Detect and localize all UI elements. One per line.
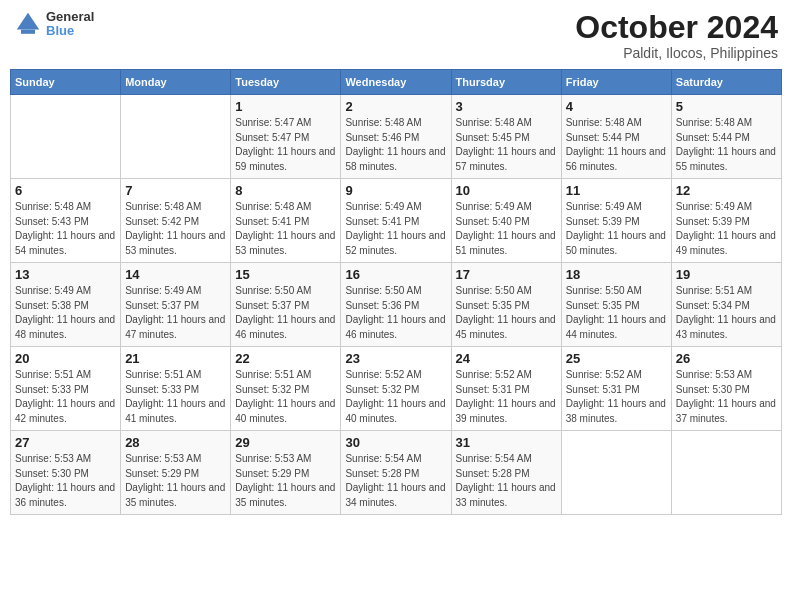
calendar-cell: 3Sunrise: 5:48 AM Sunset: 5:45 PM Daylig… <box>451 95 561 179</box>
calendar-cell: 7Sunrise: 5:48 AM Sunset: 5:42 PM Daylig… <box>121 179 231 263</box>
calendar-cell: 17Sunrise: 5:50 AM Sunset: 5:35 PM Dayli… <box>451 263 561 347</box>
calendar-cell: 25Sunrise: 5:52 AM Sunset: 5:31 PM Dayli… <box>561 347 671 431</box>
calendar-cell: 9Sunrise: 5:49 AM Sunset: 5:41 PM Daylig… <box>341 179 451 263</box>
day-number: 8 <box>235 183 336 198</box>
weekday-header: Thursday <box>451 70 561 95</box>
day-info: Sunrise: 5:48 AM Sunset: 5:42 PM Dayligh… <box>125 200 226 258</box>
day-info: Sunrise: 5:49 AM Sunset: 5:41 PM Dayligh… <box>345 200 446 258</box>
logo-icon <box>14 10 42 38</box>
day-info: Sunrise: 5:48 AM Sunset: 5:41 PM Dayligh… <box>235 200 336 258</box>
calendar-week-row: 13Sunrise: 5:49 AM Sunset: 5:38 PM Dayli… <box>11 263 782 347</box>
day-info: Sunrise: 5:48 AM Sunset: 5:43 PM Dayligh… <box>15 200 116 258</box>
day-number: 19 <box>676 267 777 282</box>
day-number: 27 <box>15 435 116 450</box>
day-number: 15 <box>235 267 336 282</box>
day-info: Sunrise: 5:51 AM Sunset: 5:34 PM Dayligh… <box>676 284 777 342</box>
calendar-title: October 2024 <box>575 10 778 45</box>
weekday-header: Friday <box>561 70 671 95</box>
day-info: Sunrise: 5:52 AM Sunset: 5:31 PM Dayligh… <box>456 368 557 426</box>
page-header: General Blue October 2024 Paldit, Ilocos… <box>10 10 782 61</box>
calendar-cell: 10Sunrise: 5:49 AM Sunset: 5:40 PM Dayli… <box>451 179 561 263</box>
day-info: Sunrise: 5:49 AM Sunset: 5:37 PM Dayligh… <box>125 284 226 342</box>
day-number: 5 <box>676 99 777 114</box>
day-info: Sunrise: 5:53 AM Sunset: 5:30 PM Dayligh… <box>15 452 116 510</box>
calendar-cell: 28Sunrise: 5:53 AM Sunset: 5:29 PM Dayli… <box>121 431 231 515</box>
calendar-cell: 15Sunrise: 5:50 AM Sunset: 5:37 PM Dayli… <box>231 263 341 347</box>
calendar-cell: 21Sunrise: 5:51 AM Sunset: 5:33 PM Dayli… <box>121 347 231 431</box>
day-number: 22 <box>235 351 336 366</box>
calendar-cell: 6Sunrise: 5:48 AM Sunset: 5:43 PM Daylig… <box>11 179 121 263</box>
calendar-cell <box>121 95 231 179</box>
weekday-header: Saturday <box>671 70 781 95</box>
day-number: 16 <box>345 267 446 282</box>
day-number: 11 <box>566 183 667 198</box>
day-info: Sunrise: 5:47 AM Sunset: 5:47 PM Dayligh… <box>235 116 336 174</box>
calendar-cell: 20Sunrise: 5:51 AM Sunset: 5:33 PM Dayli… <box>11 347 121 431</box>
day-info: Sunrise: 5:49 AM Sunset: 5:40 PM Dayligh… <box>456 200 557 258</box>
calendar-cell: 29Sunrise: 5:53 AM Sunset: 5:29 PM Dayli… <box>231 431 341 515</box>
calendar-cell: 31Sunrise: 5:54 AM Sunset: 5:28 PM Dayli… <box>451 431 561 515</box>
day-number: 24 <box>456 351 557 366</box>
day-info: Sunrise: 5:53 AM Sunset: 5:29 PM Dayligh… <box>235 452 336 510</box>
calendar-cell: 24Sunrise: 5:52 AM Sunset: 5:31 PM Dayli… <box>451 347 561 431</box>
day-number: 25 <box>566 351 667 366</box>
day-info: Sunrise: 5:51 AM Sunset: 5:33 PM Dayligh… <box>125 368 226 426</box>
calendar-cell: 14Sunrise: 5:49 AM Sunset: 5:37 PM Dayli… <box>121 263 231 347</box>
calendar-cell: 18Sunrise: 5:50 AM Sunset: 5:35 PM Dayli… <box>561 263 671 347</box>
calendar-week-row: 1Sunrise: 5:47 AM Sunset: 5:47 PM Daylig… <box>11 95 782 179</box>
day-info: Sunrise: 5:51 AM Sunset: 5:32 PM Dayligh… <box>235 368 336 426</box>
calendar-week-row: 6Sunrise: 5:48 AM Sunset: 5:43 PM Daylig… <box>11 179 782 263</box>
day-number: 12 <box>676 183 777 198</box>
calendar-cell: 23Sunrise: 5:52 AM Sunset: 5:32 PM Dayli… <box>341 347 451 431</box>
weekday-header: Monday <box>121 70 231 95</box>
day-info: Sunrise: 5:49 AM Sunset: 5:39 PM Dayligh… <box>566 200 667 258</box>
logo-text: General Blue <box>46 10 94 39</box>
calendar-header-row: SundayMondayTuesdayWednesdayThursdayFrid… <box>11 70 782 95</box>
calendar-cell: 26Sunrise: 5:53 AM Sunset: 5:30 PM Dayli… <box>671 347 781 431</box>
day-number: 7 <box>125 183 226 198</box>
day-number: 30 <box>345 435 446 450</box>
day-number: 23 <box>345 351 446 366</box>
title-block: October 2024 Paldit, Ilocos, Philippines <box>575 10 778 61</box>
day-info: Sunrise: 5:48 AM Sunset: 5:44 PM Dayligh… <box>676 116 777 174</box>
weekday-header: Wednesday <box>341 70 451 95</box>
day-number: 21 <box>125 351 226 366</box>
calendar-cell <box>671 431 781 515</box>
day-info: Sunrise: 5:48 AM Sunset: 5:46 PM Dayligh… <box>345 116 446 174</box>
weekday-header: Sunday <box>11 70 121 95</box>
calendar-cell: 16Sunrise: 5:50 AM Sunset: 5:36 PM Dayli… <box>341 263 451 347</box>
logo-line2: Blue <box>46 24 94 38</box>
logo: General Blue <box>14 10 94 39</box>
day-info: Sunrise: 5:54 AM Sunset: 5:28 PM Dayligh… <box>345 452 446 510</box>
calendar-table: SundayMondayTuesdayWednesdayThursdayFrid… <box>10 69 782 515</box>
day-info: Sunrise: 5:54 AM Sunset: 5:28 PM Dayligh… <box>456 452 557 510</box>
day-number: 9 <box>345 183 446 198</box>
day-number: 6 <box>15 183 116 198</box>
day-number: 2 <box>345 99 446 114</box>
calendar-cell: 19Sunrise: 5:51 AM Sunset: 5:34 PM Dayli… <box>671 263 781 347</box>
calendar-cell: 27Sunrise: 5:53 AM Sunset: 5:30 PM Dayli… <box>11 431 121 515</box>
day-info: Sunrise: 5:48 AM Sunset: 5:45 PM Dayligh… <box>456 116 557 174</box>
calendar-week-row: 20Sunrise: 5:51 AM Sunset: 5:33 PM Dayli… <box>11 347 782 431</box>
calendar-body: 1Sunrise: 5:47 AM Sunset: 5:47 PM Daylig… <box>11 95 782 515</box>
day-info: Sunrise: 5:52 AM Sunset: 5:31 PM Dayligh… <box>566 368 667 426</box>
day-number: 14 <box>125 267 226 282</box>
calendar-cell: 12Sunrise: 5:49 AM Sunset: 5:39 PM Dayli… <box>671 179 781 263</box>
day-info: Sunrise: 5:50 AM Sunset: 5:35 PM Dayligh… <box>566 284 667 342</box>
calendar-cell: 13Sunrise: 5:49 AM Sunset: 5:38 PM Dayli… <box>11 263 121 347</box>
day-info: Sunrise: 5:51 AM Sunset: 5:33 PM Dayligh… <box>15 368 116 426</box>
day-number: 4 <box>566 99 667 114</box>
calendar-cell: 4Sunrise: 5:48 AM Sunset: 5:44 PM Daylig… <box>561 95 671 179</box>
calendar-cell: 2Sunrise: 5:48 AM Sunset: 5:46 PM Daylig… <box>341 95 451 179</box>
day-info: Sunrise: 5:52 AM Sunset: 5:32 PM Dayligh… <box>345 368 446 426</box>
day-info: Sunrise: 5:49 AM Sunset: 5:38 PM Dayligh… <box>15 284 116 342</box>
day-number: 31 <box>456 435 557 450</box>
day-number: 20 <box>15 351 116 366</box>
weekday-header: Tuesday <box>231 70 341 95</box>
logo-line1: General <box>46 10 94 24</box>
calendar-cell: 22Sunrise: 5:51 AM Sunset: 5:32 PM Dayli… <box>231 347 341 431</box>
calendar-cell: 1Sunrise: 5:47 AM Sunset: 5:47 PM Daylig… <box>231 95 341 179</box>
day-number: 29 <box>235 435 336 450</box>
day-number: 1 <box>235 99 336 114</box>
calendar-cell <box>11 95 121 179</box>
